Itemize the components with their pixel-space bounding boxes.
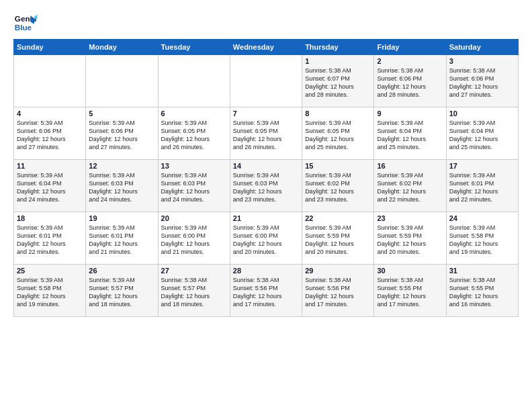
day-info: Sunrise: 5:39 AM Sunset: 6:01 PM Dayligh…	[17, 224, 83, 257]
day-cell: 30Sunrise: 5:38 AM Sunset: 5:55 PM Dayli…	[374, 265, 446, 317]
day-info: Sunrise: 5:39 AM Sunset: 6:04 PM Dayligh…	[17, 171, 83, 204]
day-cell: 3Sunrise: 5:38 AM Sunset: 6:06 PM Daylig…	[446, 55, 518, 107]
calendar-table: SundayMondayTuesdayWednesdayThursdayFrid…	[13, 39, 519, 317]
page: General Blue SundayMondayTuesdayWednesda…	[0, 0, 532, 324]
day-info: Sunrise: 5:39 AM Sunset: 6:06 PM Dayligh…	[17, 119, 83, 152]
day-info: Sunrise: 5:39 AM Sunset: 6:02 PM Dayligh…	[377, 171, 443, 204]
day-cell: 29Sunrise: 5:38 AM Sunset: 5:56 PM Dayli…	[302, 265, 374, 317]
day-number: 10	[449, 109, 515, 118]
day-cell: 14Sunrise: 5:39 AM Sunset: 6:03 PM Dayli…	[230, 160, 302, 212]
day-info: Sunrise: 5:39 AM Sunset: 6:03 PM Dayligh…	[233, 171, 299, 204]
weekday-header-thursday: Thursday	[302, 40, 374, 55]
calendar-body: 1Sunrise: 5:38 AM Sunset: 6:07 PM Daylig…	[14, 55, 519, 317]
day-number: 7	[233, 109, 299, 118]
day-cell: 9Sunrise: 5:39 AM Sunset: 6:04 PM Daylig…	[374, 107, 446, 160]
day-info: Sunrise: 5:39 AM Sunset: 6:03 PM Dayligh…	[161, 171, 227, 204]
day-info: Sunrise: 5:39 AM Sunset: 6:00 PM Dayligh…	[233, 224, 299, 257]
day-number: 29	[305, 267, 371, 275]
day-number: 31	[449, 267, 515, 275]
weekday-header-monday: Monday	[86, 40, 158, 55]
day-info: Sunrise: 5:38 AM Sunset: 6:06 PM Dayligh…	[377, 66, 443, 99]
weekday-header-friday: Friday	[374, 40, 446, 55]
day-number: 23	[377, 214, 443, 222]
day-number: 26	[89, 267, 154, 275]
day-info: Sunrise: 5:39 AM Sunset: 6:04 PM Dayligh…	[377, 119, 443, 152]
day-number: 11	[17, 162, 83, 170]
day-number: 28	[233, 267, 299, 275]
day-cell: 15Sunrise: 5:39 AM Sunset: 6:02 PM Dayli…	[302, 160, 374, 212]
day-info: Sunrise: 5:39 AM Sunset: 5:59 PM Dayligh…	[305, 224, 371, 257]
day-cell: 10Sunrise: 5:39 AM Sunset: 6:04 PM Dayli…	[446, 107, 518, 160]
day-info: Sunrise: 5:39 AM Sunset: 6:01 PM Dayligh…	[89, 224, 154, 257]
day-cell: 8Sunrise: 5:39 AM Sunset: 6:05 PM Daylig…	[302, 107, 374, 160]
day-number: 8	[305, 109, 371, 118]
day-info: Sunrise: 5:39 AM Sunset: 5:58 PM Dayligh…	[17, 276, 83, 309]
logo: General Blue	[13, 11, 38, 35]
day-number: 24	[449, 214, 515, 222]
day-cell: 13Sunrise: 5:39 AM Sunset: 6:03 PM Dayli…	[158, 160, 230, 212]
day-number: 17	[449, 162, 515, 170]
day-info: Sunrise: 5:38 AM Sunset: 5:56 PM Dayligh…	[305, 276, 371, 309]
day-info: Sunrise: 5:38 AM Sunset: 6:07 PM Dayligh…	[305, 66, 371, 99]
day-number: 16	[377, 162, 443, 170]
day-number: 6	[161, 109, 227, 118]
day-cell: 26Sunrise: 5:39 AM Sunset: 5:57 PM Dayli…	[86, 265, 158, 317]
weekday-header-row: SundayMondayTuesdayWednesdayThursdayFrid…	[14, 40, 519, 55]
day-cell	[14, 55, 86, 107]
day-number: 21	[233, 214, 299, 222]
day-cell: 18Sunrise: 5:39 AM Sunset: 6:01 PM Dayli…	[14, 212, 86, 265]
day-number: 27	[161, 267, 227, 275]
day-cell: 27Sunrise: 5:38 AM Sunset: 5:57 PM Dayli…	[158, 265, 230, 317]
day-info: Sunrise: 5:39 AM Sunset: 6:01 PM Dayligh…	[449, 171, 515, 204]
day-cell: 5Sunrise: 5:39 AM Sunset: 6:06 PM Daylig…	[86, 107, 158, 160]
day-cell: 6Sunrise: 5:39 AM Sunset: 6:05 PM Daylig…	[158, 107, 230, 160]
day-number: 2	[377, 57, 443, 65]
day-number: 5	[89, 109, 154, 118]
day-info: Sunrise: 5:39 AM Sunset: 6:05 PM Dayligh…	[305, 119, 371, 152]
day-cell: 17Sunrise: 5:39 AM Sunset: 6:01 PM Dayli…	[446, 160, 518, 212]
week-row-2: 4Sunrise: 5:39 AM Sunset: 6:06 PM Daylig…	[14, 107, 519, 160]
day-info: Sunrise: 5:39 AM Sunset: 6:02 PM Dayligh…	[305, 171, 371, 204]
day-info: Sunrise: 5:38 AM Sunset: 5:55 PM Dayligh…	[449, 276, 515, 309]
svg-text:Blue: Blue	[15, 23, 32, 32]
day-number: 9	[377, 109, 443, 118]
day-cell: 24Sunrise: 5:39 AM Sunset: 5:58 PM Dayli…	[446, 212, 518, 265]
day-number: 22	[305, 214, 371, 222]
day-info: Sunrise: 5:39 AM Sunset: 6:05 PM Dayligh…	[161, 119, 227, 152]
day-info: Sunrise: 5:38 AM Sunset: 5:57 PM Dayligh…	[161, 276, 227, 309]
day-number: 18	[17, 214, 83, 222]
day-info: Sunrise: 5:39 AM Sunset: 5:58 PM Dayligh…	[449, 224, 515, 257]
day-info: Sunrise: 5:38 AM Sunset: 5:55 PM Dayligh…	[377, 276, 443, 309]
day-number: 1	[305, 57, 371, 65]
day-cell: 11Sunrise: 5:39 AM Sunset: 6:04 PM Dayli…	[14, 160, 86, 212]
day-cell: 19Sunrise: 5:39 AM Sunset: 6:01 PM Dayli…	[86, 212, 158, 265]
day-info: Sunrise: 5:39 AM Sunset: 6:05 PM Dayligh…	[233, 119, 299, 152]
day-info: Sunrise: 5:39 AM Sunset: 5:57 PM Dayligh…	[89, 276, 154, 309]
day-info: Sunrise: 5:39 AM Sunset: 6:00 PM Dayligh…	[161, 224, 227, 257]
day-cell: 28Sunrise: 5:38 AM Sunset: 5:56 PM Dayli…	[230, 265, 302, 317]
day-info: Sunrise: 5:39 AM Sunset: 6:04 PM Dayligh…	[449, 119, 515, 152]
weekday-header-wednesday: Wednesday	[230, 40, 302, 55]
weekday-header-saturday: Saturday	[446, 40, 518, 55]
day-number: 20	[161, 214, 227, 222]
day-number: 14	[233, 162, 299, 170]
day-cell: 31Sunrise: 5:38 AM Sunset: 5:55 PM Dayli…	[446, 265, 518, 317]
weekday-header-sunday: Sunday	[14, 40, 86, 55]
day-number: 13	[161, 162, 227, 170]
week-row-3: 11Sunrise: 5:39 AM Sunset: 6:04 PM Dayli…	[14, 160, 519, 212]
week-row-5: 25Sunrise: 5:39 AM Sunset: 5:58 PM Dayli…	[14, 265, 519, 317]
day-info: Sunrise: 5:39 AM Sunset: 6:06 PM Dayligh…	[89, 119, 154, 152]
day-cell: 25Sunrise: 5:39 AM Sunset: 5:58 PM Dayli…	[14, 265, 86, 317]
day-cell: 21Sunrise: 5:39 AM Sunset: 6:00 PM Dayli…	[230, 212, 302, 265]
week-row-4: 18Sunrise: 5:39 AM Sunset: 6:01 PM Dayli…	[14, 212, 519, 265]
day-number: 4	[17, 109, 83, 118]
day-cell	[230, 55, 302, 107]
day-number: 19	[89, 214, 154, 222]
logo-icon: General Blue	[13, 11, 38, 35]
day-cell: 16Sunrise: 5:39 AM Sunset: 6:02 PM Dayli…	[374, 160, 446, 212]
header: General Blue	[13, 11, 519, 35]
day-cell: 12Sunrise: 5:39 AM Sunset: 6:03 PM Dayli…	[86, 160, 158, 212]
day-info: Sunrise: 5:38 AM Sunset: 6:06 PM Dayligh…	[449, 66, 515, 99]
day-info: Sunrise: 5:39 AM Sunset: 6:03 PM Dayligh…	[89, 171, 154, 204]
day-cell: 1Sunrise: 5:38 AM Sunset: 6:07 PM Daylig…	[302, 55, 374, 107]
